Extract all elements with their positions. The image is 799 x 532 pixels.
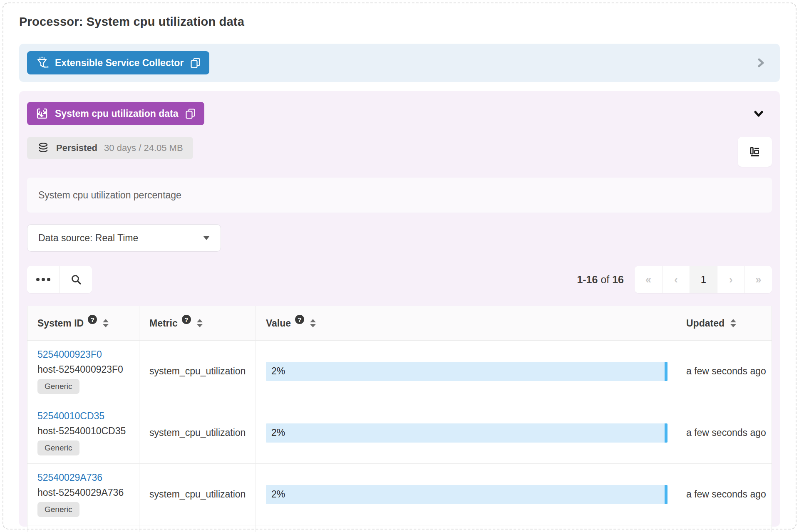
updated-cell: a few seconds ago	[676, 402, 772, 463]
column-label: System ID	[37, 318, 84, 329]
value-bar-cap	[665, 423, 667, 443]
first-page-button[interactable]: «	[635, 266, 662, 293]
toolbar-button-group	[27, 266, 92, 293]
metric-name: system_cpu_utilization	[149, 366, 246, 377]
system-id-cell: 5254000923F0 host-5254000923F0 Generic	[27, 341, 139, 402]
layout-icon	[747, 144, 762, 159]
metric-name: system_cpu_utilization	[149, 427, 246, 438]
metric-cell: system_cpu_utilization	[139, 341, 256, 402]
metrics-table: System ID Metric Value Updated	[27, 306, 772, 532]
value-label: 2%	[266, 427, 285, 438]
table-row: 52540029A736 host-52540029A736 Generic s…	[27, 463, 772, 525]
help-icon[interactable]	[182, 315, 191, 324]
prev-page-button[interactable]: ‹	[662, 266, 690, 293]
updated-cell: a few seconds ago	[676, 341, 772, 402]
updated-cell	[676, 525, 772, 532]
processor-button-label: System cpu utilization data	[55, 108, 179, 119]
table-row-clipped	[27, 525, 772, 532]
value-cell	[256, 525, 676, 532]
svg-text:EXT: EXT	[44, 65, 49, 68]
tag-badge: Generic	[37, 379, 79, 394]
pager: « ‹ 1 › »	[635, 266, 772, 293]
system-id-link[interactable]: 52540029A736	[37, 472, 102, 483]
page-content: Processor: System cpu utilization data E…	[0, 0, 799, 532]
sort-icon[interactable]	[310, 319, 316, 327]
persistence-row: Persisted 30 days / 24.05 MB	[27, 137, 772, 167]
persisted-detail: 30 days / 24.05 MB	[104, 143, 183, 153]
table-header-row: System ID Metric Value Updated	[27, 306, 772, 340]
processor-panel-header: System cpu utilization data	[27, 102, 772, 125]
system-id-link[interactable]: 5254000923F0	[37, 349, 102, 360]
processor-description: System cpu utilization percentage	[27, 178, 772, 213]
column-label: Value	[266, 318, 291, 329]
metric-cell: system_cpu_utilization	[139, 402, 256, 463]
current-page-button[interactable]: 1	[690, 266, 717, 293]
processor-panel: System cpu utilization data	[19, 91, 780, 527]
search-icon	[70, 273, 82, 286]
chevron-down-icon[interactable]	[752, 106, 766, 121]
collector-button[interactable]: EXT Extensible Service Collector	[27, 51, 209, 74]
column-header-value[interactable]: Value	[256, 306, 676, 340]
help-icon[interactable]	[88, 315, 97, 324]
collector-banner[interactable]: EXT Extensible Service Collector	[19, 44, 780, 82]
column-header-system-id[interactable]: System ID	[27, 306, 139, 340]
value-cell: 2%	[256, 464, 676, 525]
host-name: host-52540010CD35	[37, 426, 126, 437]
value-label: 2%	[266, 366, 285, 377]
value-bar: 2%	[266, 423, 667, 443]
system-id-cell: 52540010CD35 host-52540010CD35 Generic	[27, 402, 139, 463]
value-bar: 2%	[266, 485, 667, 504]
collector-button-label: Extensible Service Collector	[55, 57, 184, 69]
pagination-total: 16	[612, 274, 624, 285]
updated-text: a few seconds ago	[686, 366, 766, 377]
system-id-link[interactable]: 52540010CD35	[37, 411, 104, 422]
value-cell: 2%	[256, 402, 676, 463]
table-row: 52540010CD35 host-52540010CD35 Generic s…	[27, 402, 772, 463]
pagination-of: of	[600, 274, 609, 285]
updated-text: a few seconds ago	[686, 427, 766, 438]
metric-cell: system_cpu_utilization	[139, 464, 256, 525]
column-header-updated[interactable]: Updated	[676, 306, 772, 340]
value-label: 2%	[266, 489, 285, 500]
column-label: Updated	[686, 318, 725, 329]
tag-badge: Generic	[37, 502, 79, 517]
value-bar: 2%	[266, 362, 667, 381]
system-id-cell: 52540029A736 host-52540029A736 Generic	[27, 464, 139, 525]
pagination-range: 1-16	[577, 274, 598, 285]
processor-button[interactable]: System cpu utilization data	[27, 102, 204, 125]
next-page-button[interactable]: ›	[717, 266, 744, 293]
help-icon[interactable]	[295, 315, 304, 324]
updated-text: a few seconds ago	[686, 489, 766, 500]
data-source-value: Data source: Real Time	[38, 233, 138, 244]
metric-name: system_cpu_utilization	[149, 489, 246, 500]
layout-toggle-button[interactable]	[738, 137, 772, 167]
data-source-dropdown[interactable]: Data source: Real Time	[27, 224, 221, 252]
value-cell: 2%	[256, 341, 676, 402]
more-options-button[interactable]	[27, 266, 60, 293]
sort-icon[interactable]	[197, 319, 203, 327]
sort-icon[interactable]	[730, 319, 736, 327]
sort-icon[interactable]	[103, 319, 109, 327]
value-bar-cap	[665, 362, 667, 381]
updated-cell: a few seconds ago	[676, 464, 772, 525]
host-name: host-52540029A736	[37, 487, 124, 498]
persisted-badge: Persisted 30 days / 24.05 MB	[27, 137, 193, 159]
processor-description-text: System cpu utilization percentage	[38, 190, 181, 201]
funnel-ext-icon: EXT	[35, 56, 49, 69]
persisted-label: Persisted	[56, 143, 97, 153]
chevron-right-icon[interactable]	[755, 57, 767, 69]
search-button[interactable]	[60, 266, 92, 293]
copy-icon[interactable]	[190, 57, 201, 69]
column-label: Metric	[149, 318, 178, 329]
system-id-cell	[27, 525, 139, 532]
tag-badge: Generic	[37, 440, 79, 455]
column-header-metric[interactable]: Metric	[139, 306, 256, 340]
caret-down-icon	[203, 236, 210, 240]
last-page-button[interactable]: »	[744, 266, 772, 293]
metric-cell	[139, 525, 256, 532]
database-icon	[37, 142, 50, 154]
pagination-count: 1-16 of 16	[577, 274, 624, 286]
table-row: 5254000923F0 host-5254000923F0 Generic s…	[27, 340, 772, 402]
ellipsis-icon	[36, 278, 50, 281]
copy-icon[interactable]	[185, 108, 196, 119]
